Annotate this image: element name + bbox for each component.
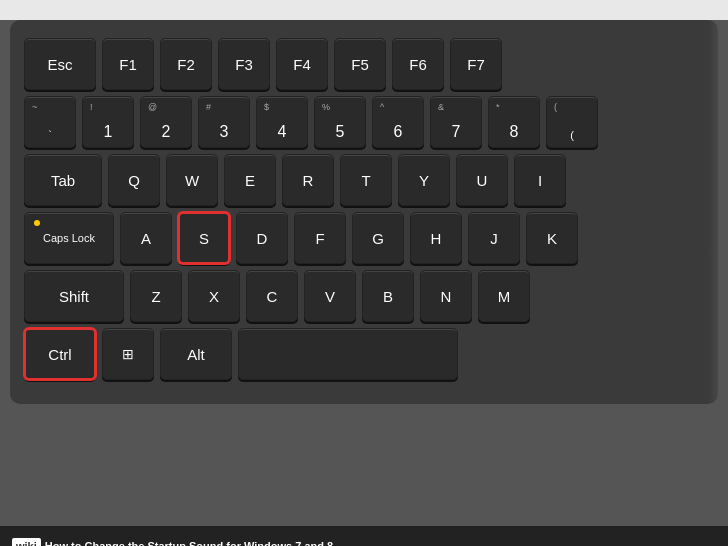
asdf-row: Caps Lock A S D F G H J K [24, 212, 704, 264]
function-row: Esc F1 F2 F3 F4 F5 F6 F7 [24, 38, 704, 90]
key-a[interactable]: A [120, 212, 172, 264]
key-2[interactable]: @ 2 [140, 96, 192, 148]
key-caps-lock[interactable]: Caps Lock [24, 212, 114, 264]
main-container: Esc F1 F2 F3 F4 F5 F6 F7 ~ ` ! 1 @ 2 [0, 20, 728, 546]
key-m[interactable]: M [478, 270, 530, 322]
key-f4[interactable]: F4 [276, 38, 328, 90]
key-z[interactable]: Z [130, 270, 182, 322]
bottom-bar: wiki How to Change the Startup Sound for… [0, 526, 728, 546]
key-h[interactable]: H [410, 212, 462, 264]
wiki-badge: wiki [12, 538, 41, 546]
key-i[interactable]: I [514, 154, 566, 206]
key-f[interactable]: F [294, 212, 346, 264]
key-x[interactable]: X [188, 270, 240, 322]
key-d[interactable]: D [236, 212, 288, 264]
key-8[interactable]: * 8 [488, 96, 540, 148]
key-tab[interactable]: Tab [24, 154, 102, 206]
key-b[interactable]: B [362, 270, 414, 322]
qwerty-row: Tab Q W E R T Y U I [24, 154, 704, 206]
bottom-row: Ctrl ⊞ Alt [24, 328, 704, 380]
key-g[interactable]: G [352, 212, 404, 264]
key-f6[interactable]: F6 [392, 38, 444, 90]
key-alt[interactable]: Alt [160, 328, 232, 380]
key-f5[interactable]: F5 [334, 38, 386, 90]
key-t[interactable]: T [340, 154, 392, 206]
key-e[interactable]: E [224, 154, 276, 206]
key-7[interactable]: & 7 [430, 96, 482, 148]
key-esc[interactable]: Esc [24, 38, 96, 90]
key-shift[interactable]: Shift [24, 270, 124, 322]
key-9[interactable]: ( ( [546, 96, 598, 148]
key-f2[interactable]: F2 [160, 38, 212, 90]
key-4[interactable]: $ 4 [256, 96, 308, 148]
key-f1[interactable]: F1 [102, 38, 154, 90]
key-j[interactable]: J [468, 212, 520, 264]
key-c[interactable]: C [246, 270, 298, 322]
key-1[interactable]: ! 1 [82, 96, 134, 148]
key-win[interactable]: ⊞ [102, 328, 154, 380]
page-title: How to Change the Startup Sound for Wind… [45, 540, 333, 546]
key-r[interactable]: R [282, 154, 334, 206]
key-f7[interactable]: F7 [450, 38, 502, 90]
key-n[interactable]: N [420, 270, 472, 322]
key-s[interactable]: S [178, 212, 230, 264]
number-row: ~ ` ! 1 @ 2 # 3 $ 4 % 5 [24, 96, 704, 148]
key-3[interactable]: # 3 [198, 96, 250, 148]
key-tilde[interactable]: ~ ` [24, 96, 76, 148]
key-q[interactable]: Q [108, 154, 160, 206]
key-5[interactable]: % 5 [314, 96, 366, 148]
key-w[interactable]: W [166, 154, 218, 206]
key-space[interactable] [238, 328, 458, 380]
windows-icon: ⊞ [122, 346, 134, 362]
key-y[interactable]: Y [398, 154, 450, 206]
wiki-logo: wiki How to Change the Startup Sound for… [12, 538, 333, 546]
caps-lock-indicator [34, 220, 40, 226]
key-v[interactable]: V [304, 270, 356, 322]
zxcv-row: Shift Z X C V B N M [24, 270, 704, 322]
keyboard-area: Esc F1 F2 F3 F4 F5 F6 F7 ~ ` ! 1 @ 2 [10, 20, 718, 404]
key-ctrl[interactable]: Ctrl [24, 328, 96, 380]
key-u[interactable]: U [456, 154, 508, 206]
key-k[interactable]: K [526, 212, 578, 264]
key-f3[interactable]: F3 [218, 38, 270, 90]
overflow-fade [708, 20, 728, 546]
key-6[interactable]: ^ 6 [372, 96, 424, 148]
